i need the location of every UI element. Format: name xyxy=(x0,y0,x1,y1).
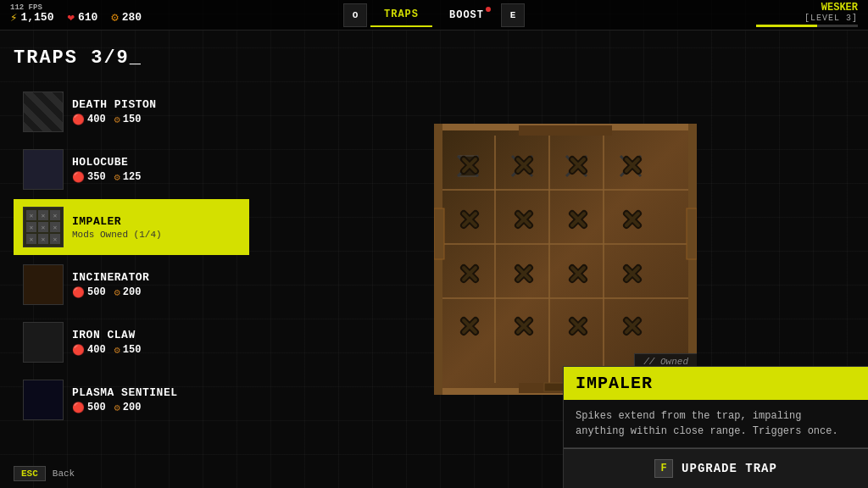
spike: ✕ xyxy=(50,222,60,232)
trap-costs: 🔴 500 ⚙ 200 xyxy=(72,402,240,414)
thumb-image xyxy=(24,323,63,362)
thumb-image xyxy=(24,265,63,304)
trap-thumb-incinerator xyxy=(23,264,64,305)
credits-icon: ⚡ xyxy=(10,10,17,25)
main-content: TRAPS 3/9_ Death Piston 🔴 400 ⚙ xyxy=(0,30,868,488)
trap-name: Holocube xyxy=(72,156,240,169)
cost-item: ⚙ 125 xyxy=(114,171,142,184)
health-value: 610 xyxy=(78,11,97,24)
spike: ✕ xyxy=(26,234,36,244)
section-title: TRAPS 3/9_ xyxy=(14,47,249,69)
cost-value: 400 xyxy=(87,114,106,125)
cost-item: 🔴 350 xyxy=(72,171,106,184)
cost-value: 350 xyxy=(87,171,106,183)
spike: ✕ xyxy=(38,210,48,220)
cost-value: 150 xyxy=(123,114,142,125)
thumb-image xyxy=(24,380,63,419)
trap-list: Death Piston 🔴 400 ⚙ 150 xyxy=(14,84,249,428)
trap-thumb-iron-claw xyxy=(23,322,64,363)
cost-icon-red: 🔴 xyxy=(72,171,85,184)
cost-item: 🔴 500 xyxy=(72,286,106,299)
spike: ✕ xyxy=(26,222,36,232)
cost-icon-red: 🔴 xyxy=(72,344,85,357)
hud-navigation: O Traps Boost E xyxy=(343,0,525,30)
credits-value: 1,150 xyxy=(20,11,53,24)
nav-left-button[interactable]: O xyxy=(343,3,367,27)
cost-icon-amber: ⚙ xyxy=(114,171,120,184)
cost-icon-amber: ⚙ xyxy=(114,344,120,357)
player-name: Wesker xyxy=(821,2,858,14)
cost-value: 150 xyxy=(123,344,142,356)
cost-item: 🔴 400 xyxy=(72,114,106,126)
cost-icon-red: 🔴 xyxy=(72,402,85,414)
trap-preview: // Owned xyxy=(434,124,697,395)
tab-traps[interactable]: Traps xyxy=(370,3,432,27)
nav-e-button[interactable]: E xyxy=(501,3,525,27)
trap-item-iron-claw[interactable]: Iron Claw 🔴 400 ⚙ 150 xyxy=(14,314,249,370)
info-title-bar: Impaler xyxy=(564,367,868,400)
trap-name: Impaler xyxy=(72,215,240,228)
svg-rect-24 xyxy=(687,208,697,259)
thumb-image xyxy=(24,150,63,189)
trap-sub: Mods Owned (1/4) xyxy=(72,230,240,240)
ammo-value: 280 xyxy=(122,11,142,24)
cost-value: 400 xyxy=(87,344,106,356)
trap-costs: 🔴 400 ⚙ 150 xyxy=(72,344,240,357)
trap-info: Iron Claw 🔴 400 ⚙ 150 xyxy=(72,329,240,357)
cost-value: 500 xyxy=(87,402,106,413)
info-panel: Impaler Spikes extend from the trap, imp… xyxy=(563,366,868,488)
trap-costs: 🔴 400 ⚙ 150 xyxy=(72,114,240,126)
cost-icon-amber: ⚙ xyxy=(114,286,120,299)
hud-stats: 112 FPS ⚡ 1,150 ❤ 610 ⚙ 280 xyxy=(10,5,142,25)
trap-item-plasma-sentinel[interactable]: Plasma Sentinel 🔴 500 ⚙ 200 xyxy=(14,372,249,428)
trap-thumb-holocube xyxy=(23,149,64,190)
tab-boost[interactable]: Boost xyxy=(436,3,498,27)
svg-rect-6 xyxy=(519,125,612,136)
stat-ammo: ⚙ 280 xyxy=(111,10,142,25)
thumb-image xyxy=(24,92,63,131)
trap-thumb-plasma-sentinel xyxy=(23,380,64,420)
ammo-icon: ⚙ xyxy=(111,10,118,25)
upgrade-button[interactable]: F Upgrade Trap xyxy=(564,448,868,488)
trap-name: Plasma Sentinel xyxy=(72,386,240,399)
info-description: Spikes extend from the trap, impaling an… xyxy=(564,400,868,448)
cost-item: ⚙ 200 xyxy=(114,402,142,414)
hud-bar: 112 FPS ⚡ 1,150 ❤ 610 ⚙ 280 O Traps Boos… xyxy=(0,0,868,30)
player-info: Wesker [LEVEL 3] xyxy=(756,2,858,27)
spike: ✕ xyxy=(38,222,48,232)
bottom-bar: ESC Back xyxy=(0,459,88,488)
trap-item-incinerator[interactable]: Incinerator 🔴 500 ⚙ 200 xyxy=(14,257,249,313)
trap-name: Incinerator xyxy=(72,271,240,284)
cost-value: 500 xyxy=(87,286,106,298)
spike: ✕ xyxy=(50,210,60,220)
fps-counter: 112 FPS xyxy=(10,3,42,12)
trap-info: Impaler Mods Owned (1/4) xyxy=(72,215,240,240)
player-level: [LEVEL 3] xyxy=(804,14,858,23)
stat-credits: ⚡ 1,150 xyxy=(10,10,53,25)
xp-fill xyxy=(756,25,817,27)
cost-item: ⚙ 200 xyxy=(114,286,142,299)
back-label: Back xyxy=(53,469,75,479)
trap-item-impaler[interactable]: ✕ ✕ ✕ ✕ ✕ ✕ ✕ ✕ ✕ Impaler Mods Owned (1/… xyxy=(14,199,249,255)
trap-item-death-piston[interactable]: Death Piston 🔴 400 ⚙ 150 xyxy=(14,84,249,140)
trap-thumb-impaler: ✕ ✕ ✕ ✕ ✕ ✕ ✕ ✕ ✕ xyxy=(23,207,64,247)
cost-value: 125 xyxy=(123,171,142,183)
cost-item: 🔴 500 xyxy=(72,402,106,414)
trap-info: Death Piston 🔴 400 ⚙ 150 xyxy=(72,98,240,126)
cost-item: ⚙ 150 xyxy=(114,344,142,357)
spike: ✕ xyxy=(38,234,48,244)
trap-name: Iron Claw xyxy=(72,329,240,341)
cost-value: 200 xyxy=(123,402,142,413)
preview-area: // Owned Impaler Spikes extend from the … xyxy=(263,30,868,488)
health-icon: ❤ xyxy=(67,10,74,25)
trap-costs: 🔴 350 ⚙ 125 xyxy=(72,171,240,184)
upgrade-key: F xyxy=(654,459,673,478)
back-key[interactable]: ESC xyxy=(14,466,46,481)
spike: ✕ xyxy=(50,234,60,244)
xp-bar xyxy=(756,25,858,27)
trap-item-holocube[interactable]: Holocube 🔴 350 ⚙ 125 xyxy=(14,141,249,197)
cost-item: ⚙ 150 xyxy=(114,114,142,126)
spike: ✕ xyxy=(26,210,36,220)
cost-icon-red: 🔴 xyxy=(72,114,85,126)
trap-costs: 🔴 500 ⚙ 200 xyxy=(72,286,240,299)
